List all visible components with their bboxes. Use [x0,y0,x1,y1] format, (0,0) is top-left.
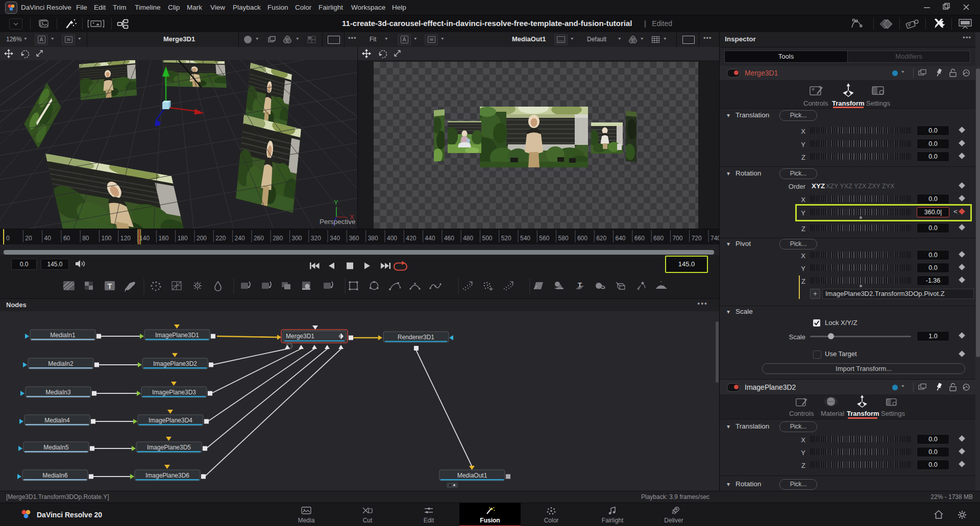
svg-text:480: 480 [463,235,473,242]
svg-text:600: 600 [577,235,587,242]
svg-text:ImagePlane3D1: ImagePlane3D1 [155,332,199,339]
svg-text:160: 160 [158,235,168,242]
svg-text:500: 500 [482,235,493,242]
svg-text:220: 220 [215,235,226,242]
svg-text:140: 140 [139,235,150,242]
svg-text:20: 20 [25,235,32,242]
svg-text:400: 400 [387,235,397,242]
svg-text:460: 460 [444,235,454,242]
svg-text:Perspective: Perspective [320,218,356,226]
svg-text:MediaIn6: MediaIn6 [42,472,68,479]
svg-text:T: T [107,282,112,290]
svg-text:MediaIn2: MediaIn2 [48,360,74,367]
svg-text:520: 520 [501,235,511,242]
svg-text:0: 0 [6,235,10,242]
svg-text:700: 700 [672,235,682,242]
svg-text:280: 280 [273,235,283,242]
svg-text:MediaIn5: MediaIn5 [43,444,69,451]
svg-text:440: 440 [425,235,435,242]
svg-text:180: 180 [178,235,188,242]
svg-text:740: 740 [710,235,719,242]
svg-text:100: 100 [102,235,112,242]
svg-text:640: 640 [616,235,626,242]
svg-text:540: 540 [520,235,530,242]
svg-text:560: 560 [539,235,549,242]
svg-text:660: 660 [634,235,645,242]
svg-text:260: 260 [254,235,264,242]
svg-text:620: 620 [596,235,606,242]
svg-text:ImagePlane3D3: ImagePlane3D3 [152,389,196,396]
svg-text:ImagePlane3D6: ImagePlane3D6 [145,472,189,479]
svg-text:120: 120 [120,235,131,242]
svg-text:Renderer3D1: Renderer3D1 [398,334,434,341]
svg-text:MediaIn3: MediaIn3 [45,389,71,396]
svg-text:MediaIn1: MediaIn1 [50,332,76,339]
svg-text:MediaOut1: MediaOut1 [457,472,487,479]
svg-text:200: 200 [197,235,207,242]
svg-text:ImagePlane3D2: ImagePlane3D2 [153,360,197,367]
svg-text:Y: Y [334,198,338,206]
svg-text:Merge3D1: Merge3D1 [286,333,314,340]
svg-text:380: 380 [368,235,378,242]
svg-text:ImagePlane3D4: ImagePlane3D4 [149,417,192,424]
svg-text:ImagePlane3D5: ImagePlane3D5 [147,444,191,451]
svg-text:340: 340 [330,235,340,242]
svg-text:40: 40 [44,235,52,242]
svg-text:680: 680 [653,235,664,242]
svg-text:720: 720 [692,235,702,242]
svg-text:360: 360 [349,235,359,242]
svg-text:T: T [578,281,582,289]
svg-text:240: 240 [235,235,245,242]
svg-text:580: 580 [558,235,569,242]
svg-text:420: 420 [406,235,416,242]
svg-text:300: 300 [292,235,302,242]
svg-text:80: 80 [82,235,89,242]
svg-text:MediaIn4: MediaIn4 [44,417,70,424]
svg-text:60: 60 [63,235,70,242]
svg-text:320: 320 [311,235,321,242]
